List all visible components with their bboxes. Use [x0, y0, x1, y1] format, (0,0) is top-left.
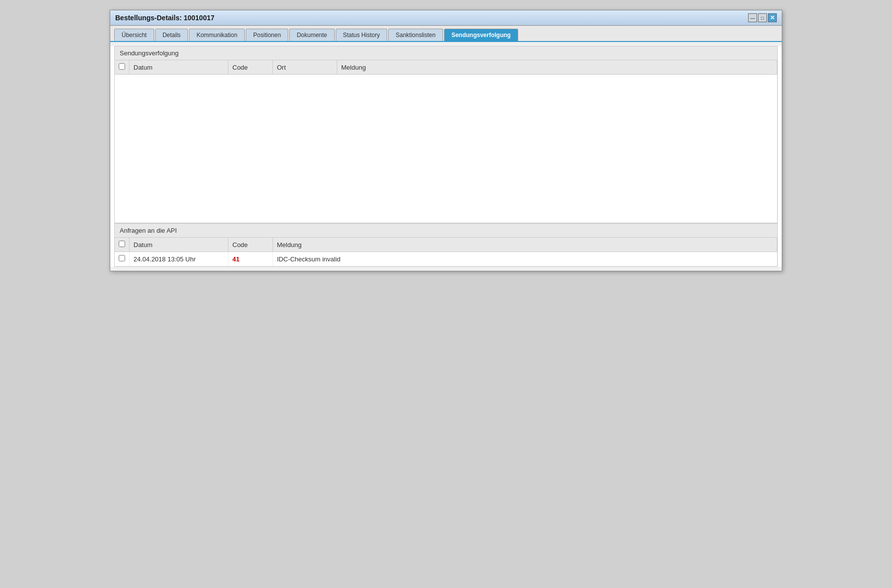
tab-bar: Übersicht Details Kommunikation Position…	[110, 26, 782, 42]
api-requests-table: Datum Code Meldung 24.04.2018 13:05 Uhr4…	[115, 238, 777, 266]
header-checkbox-col	[115, 60, 130, 75]
table-row: 24.04.2018 13:05 Uhr41IDC-Checksum inval…	[115, 252, 777, 266]
window-controls: — □ ✕	[748, 13, 777, 22]
tab-sanktionslisten[interactable]: Sanktionslisten	[388, 29, 443, 41]
sendungsverfolgung-table: Datum Code Ort Meldung	[115, 60, 777, 223]
window-title: Bestellungs-Details: 10010017	[115, 14, 215, 22]
header-code: Code	[228, 60, 273, 75]
tab-details[interactable]: Details	[155, 29, 188, 41]
row-checkbox[interactable]	[119, 255, 125, 261]
api-header-code: Code	[228, 238, 273, 252]
sendungsverfolgung-table-container: Datum Code Ort Meldung	[115, 60, 777, 223]
cell-datum: 24.04.2018 13:05 Uhr	[130, 252, 228, 266]
tab-dokumente[interactable]: Dokumente	[289, 29, 334, 41]
api-requests-header: Anfragen an die API	[115, 224, 777, 238]
api-header-meldung: Meldung	[273, 238, 777, 252]
tab-kommunikation[interactable]: Kommunikation	[189, 29, 245, 41]
cell-meldung: IDC-Checksum invalid	[273, 252, 777, 266]
empty-space-row	[115, 75, 777, 223]
header-meldung-top: Meldung	[337, 60, 777, 75]
api-header-checkbox-col	[115, 238, 130, 252]
select-all-checkbox-bottom[interactable]	[119, 241, 125, 247]
main-window: Bestellungs-Details: 10010017 — □ ✕ Über…	[110, 10, 782, 271]
tab-positionen[interactable]: Positionen	[246, 29, 288, 41]
close-button[interactable]: ✕	[768, 13, 777, 22]
maximize-button[interactable]: □	[758, 13, 767, 22]
tab-status-history[interactable]: Status History	[336, 29, 388, 41]
sendungsverfolgung-section: Sendungsverfolgung Datum Code	[114, 46, 778, 223]
api-header-datum: Datum	[130, 238, 228, 252]
minimize-button[interactable]: —	[748, 13, 757, 22]
api-requests-table-container: Datum Code Meldung 24.04.2018 13:05 Uhr4…	[115, 238, 777, 266]
content-area: Sendungsverfolgung Datum Code	[110, 46, 782, 267]
tab-sendungsverfolgung[interactable]: Sendungsverfolgung	[444, 29, 518, 41]
title-bar: Bestellungs-Details: 10010017 — □ ✕	[110, 10, 782, 26]
table-header-row: Datum Code Ort Meldung	[115, 60, 777, 75]
header-datum: Datum	[130, 60, 228, 75]
select-all-checkbox-top[interactable]	[119, 63, 125, 70]
header-ort: Ort	[273, 60, 337, 75]
cell-code: 41	[228, 252, 273, 266]
api-requests-section: Anfragen an die API Datum Cod	[114, 223, 778, 267]
sendungsverfolgung-header: Sendungsverfolgung	[115, 46, 777, 60]
tab-ubersicht[interactable]: Übersicht	[114, 29, 154, 41]
code-value: 41	[232, 255, 239, 263]
api-table-header-row: Datum Code Meldung	[115, 238, 777, 252]
